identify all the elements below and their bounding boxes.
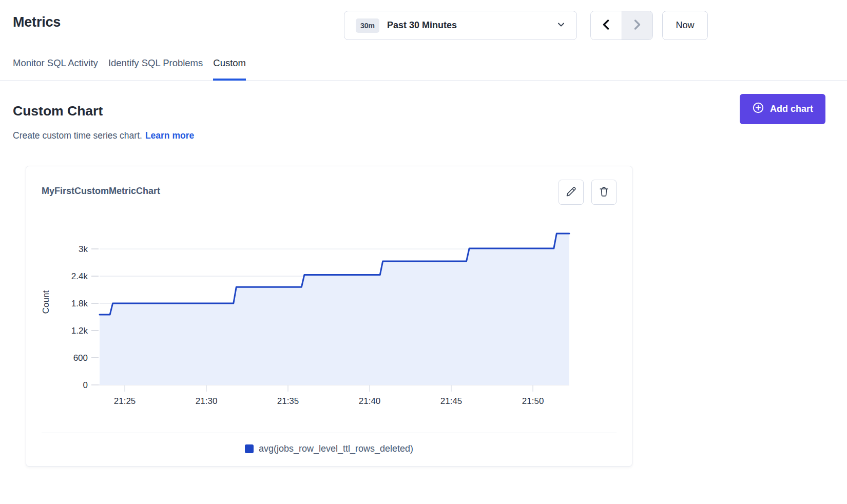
add-chart-button[interactable]: Add chart — [740, 94, 825, 124]
chevron-left-icon — [601, 18, 612, 32]
time-range-picker[interactable]: 30m Past 30 Minutes — [344, 11, 577, 40]
svg-text:21:50: 21:50 — [522, 396, 544, 406]
prev-time-button[interactable] — [591, 11, 622, 40]
learn-more-link[interactable]: Learn more — [145, 130, 194, 141]
chevron-right-icon — [631, 18, 643, 32]
svg-text:21:35: 21:35 — [277, 396, 299, 406]
legend-swatch — [245, 444, 254, 453]
pencil-icon — [565, 186, 577, 199]
delete-chart-button[interactable] — [591, 180, 617, 205]
chart-title: MyFirstCustomMetricChart — [42, 186, 160, 197]
tab-custom[interactable]: Custom — [213, 57, 246, 81]
svg-text:21:25: 21:25 — [114, 396, 136, 406]
page-header: Metrics 30m Past 30 Minutes Now Monitor … — [0, 0, 847, 81]
custom-metric-chart-card: MyFirstCustomMetricChart 06001.2k1.8k2.4… — [26, 166, 632, 467]
tab-identify-sql-problems[interactable]: Identify SQL Problems — [108, 57, 203, 81]
legend-label: avg(jobs_row_level_ttl_rows_deleted) — [259, 443, 413, 454]
add-chart-button-label: Add chart — [770, 104, 813, 114]
chart-card-header: MyFirstCustomMetricChart — [42, 180, 617, 206]
svg-text:21:45: 21:45 — [440, 396, 463, 406]
page-title: Metrics — [13, 14, 61, 30]
svg-text:0: 0 — [83, 380, 88, 390]
custom-chart-section: Custom Chart Create custom time series c… — [0, 81, 847, 467]
chart-legend[interactable]: avg(jobs_row_level_ttl_rows_deleted) — [42, 443, 617, 454]
custom-chart-plot[interactable]: 06001.2k1.8k2.4k3k21:2521:3021:3521:4021… — [42, 211, 618, 409]
plus-circle-icon — [752, 102, 764, 117]
svg-text:2.4k: 2.4k — [71, 272, 88, 281]
trash-icon — [598, 186, 610, 199]
next-time-button[interactable] — [622, 11, 653, 40]
metrics-tabs: Monitor SQL Activity Identify SQL Proble… — [13, 57, 246, 81]
svg-text:Count: Count — [42, 290, 51, 314]
svg-text:21:40: 21:40 — [359, 396, 381, 406]
time-range-badge: 30m — [356, 18, 379, 33]
section-description: Create custom time series chart.Learn mo… — [13, 130, 847, 141]
time-step-button-group — [590, 11, 653, 40]
chart-actions — [559, 180, 617, 205]
svg-text:1.2k: 1.2k — [71, 326, 88, 336]
svg-text:3k: 3k — [79, 244, 88, 254]
svg-text:600: 600 — [73, 353, 88, 363]
tab-monitor-sql-activity[interactable]: Monitor SQL Activity — [13, 57, 98, 81]
card-divider — [42, 433, 617, 433]
chevron-down-icon — [556, 20, 566, 32]
edit-chart-button[interactable] — [559, 180, 584, 205]
svg-text:21:30: 21:30 — [196, 396, 218, 406]
svg-text:1.8k: 1.8k — [71, 299, 88, 308]
now-button[interactable]: Now — [662, 11, 708, 40]
section-title: Custom Chart — [13, 103, 847, 119]
time-range-label: Past 30 Minutes — [387, 20, 556, 31]
